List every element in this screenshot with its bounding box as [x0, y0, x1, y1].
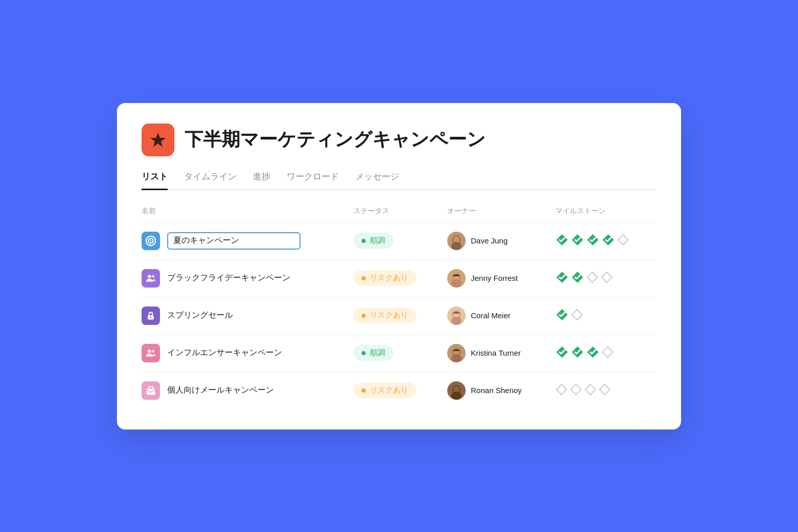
- svg-marker-47: [571, 384, 581, 395]
- status-badge-3[interactable]: リスクあり: [353, 308, 416, 323]
- owner-name-4: Kristina Turner: [471, 349, 521, 357]
- milestone-4-2[interactable]: [586, 345, 600, 361]
- task-name-cell-2: ブラックフライデーキャンペーン: [142, 259, 347, 297]
- task-icon-2: [142, 269, 160, 288]
- task-milestone-cell-2: [549, 259, 656, 297]
- svg-point-24: [150, 317, 152, 318]
- status-dot-2: [362, 276, 366, 280]
- task-owner-cell-5: Ronan Shenoy: [441, 372, 549, 409]
- task-name-cell-4: インフルエンサーキャンペーン: [142, 334, 347, 372]
- svg-marker-12: [618, 235, 628, 245]
- task-icon-4: [142, 344, 160, 362]
- svg-rect-41: [147, 388, 155, 395]
- task-table: 名前 ステータス オーナー マイルストーン 順調Dave Jung ブラックフラ…: [142, 202, 656, 409]
- table-row: 個人向けメールキャンペーンリスクありRonan Shenoy: [142, 372, 656, 409]
- task-status-cell-5[interactable]: リスクあり: [347, 372, 441, 409]
- col-name: 名前: [142, 202, 347, 222]
- milestone-4-1[interactable]: [571, 345, 584, 361]
- svg-point-14: [152, 275, 155, 278]
- task-name-cell-3: スプリングセール: [142, 297, 347, 334]
- task-name-label-2: ブラックフライデーキャンペーン: [167, 273, 290, 283]
- task-name-cell-5: 個人向けメールキャンペーン: [142, 372, 347, 409]
- tab-timeline[interactable]: タイムライン: [184, 171, 236, 190]
- col-owner: オーナー: [441, 202, 549, 222]
- table-row: インフルエンサーキャンペーン順調Kristina Turner: [142, 334, 656, 372]
- milestone-3-0[interactable]: [555, 308, 569, 323]
- owner-name-3: Coral Meier: [471, 311, 511, 320]
- svg-marker-48: [585, 384, 595, 395]
- svg-point-31: [148, 350, 151, 353]
- svg-marker-40: [603, 347, 613, 357]
- milestone-1-0[interactable]: [555, 233, 569, 249]
- task-milestone-cell-4: [549, 334, 656, 372]
- milestone-4-3[interactable]: [602, 346, 614, 360]
- tab-progress[interactable]: 進捗: [253, 171, 270, 190]
- task-icon-5: [142, 381, 160, 400]
- tab-list[interactable]: リスト: [142, 171, 168, 190]
- avatar-1: [447, 232, 466, 250]
- status-text-2: リスクあり: [370, 273, 408, 283]
- tab-bar: リスト タイムライン 進捗 ワークロード メッセージ: [142, 171, 656, 190]
- project-header: 下半期マーケティングキャンペーン: [142, 124, 656, 156]
- table-row: スプリングセールリスクありCoral Meier: [142, 297, 656, 334]
- milestone-1-2[interactable]: [586, 233, 600, 249]
- status-badge-5[interactable]: リスクあり: [353, 382, 416, 398]
- milestone-1-1[interactable]: [571, 233, 584, 249]
- milestone-4-0[interactable]: [555, 345, 569, 361]
- task-status-cell-1[interactable]: 順調: [347, 222, 441, 259]
- task-owner-cell-1: Dave Jung: [441, 222, 549, 259]
- svg-marker-30: [572, 310, 582, 320]
- task-milestone-cell-1: [549, 222, 656, 259]
- svg-point-45: [451, 392, 462, 400]
- milestone-5-1[interactable]: [570, 383, 582, 398]
- table-row: 順調Dave Jung: [142, 222, 656, 259]
- task-status-cell-3[interactable]: リスクあり: [347, 297, 441, 334]
- milestone-1-3[interactable]: [602, 233, 615, 249]
- svg-point-18: [451, 279, 462, 288]
- project-icon: [142, 124, 174, 156]
- svg-marker-22: [602, 272, 612, 282]
- avatar-2: [447, 269, 466, 288]
- svg-point-3: [150, 240, 152, 241]
- svg-point-13: [148, 275, 151, 278]
- tab-messages[interactable]: メッセージ: [355, 171, 399, 190]
- milestone-5-3[interactable]: [598, 383, 611, 398]
- status-badge-1[interactable]: 順調: [353, 233, 393, 249]
- milestone-3-1[interactable]: [571, 309, 583, 323]
- status-dot-1: [362, 239, 366, 243]
- svg-marker-0: [150, 133, 166, 147]
- task-milestone-cell-5: [549, 372, 656, 409]
- tab-workload[interactable]: ワークロード: [287, 171, 339, 190]
- status-dot-5: [362, 388, 366, 393]
- task-owner-cell-3: Coral Meier: [441, 297, 549, 334]
- milestone-1-4[interactable]: [617, 234, 629, 248]
- status-dot-4: [362, 351, 366, 355]
- svg-point-36: [451, 354, 462, 362]
- task-icon-1: [142, 232, 160, 250]
- task-owner-cell-2: Jenny Forrest: [441, 259, 549, 297]
- task-status-cell-4[interactable]: 順調: [347, 334, 441, 372]
- svg-marker-21: [587, 272, 597, 282]
- table-row: ブラックフライデーキャンペーンリスクありJenny Forrest: [142, 259, 656, 297]
- task-name-cell-1: [142, 222, 347, 259]
- task-owner-cell-4: Kristina Turner: [441, 334, 549, 372]
- milestone-2-3[interactable]: [601, 271, 613, 285]
- milestone-5-0[interactable]: [555, 383, 568, 398]
- milestone-2-0[interactable]: [555, 271, 569, 286]
- task-name-label-4: インフルエンサーキャンペーン: [167, 347, 282, 358]
- main-card: 下半期マーケティングキャンペーン リスト タイムライン 進捗 ワークロード メッ…: [117, 103, 681, 429]
- status-text-4: 順調: [370, 348, 385, 358]
- milestone-2-2[interactable]: [586, 271, 598, 285]
- avatar-5: [447, 381, 466, 400]
- status-badge-4[interactable]: 順調: [353, 345, 393, 361]
- milestone-5-2[interactable]: [584, 383, 596, 398]
- owner-name-5: Ronan Shenoy: [471, 386, 522, 395]
- status-badge-2[interactable]: リスクあり: [353, 270, 416, 286]
- avatar-4: [447, 344, 466, 362]
- task-name-input-1[interactable]: [167, 232, 301, 250]
- task-name-label-3: スプリングセール: [167, 310, 233, 321]
- project-title: 下半期マーケティングキャンペーン: [185, 127, 486, 152]
- milestone-2-1[interactable]: [571, 271, 584, 286]
- owner-name-2: Jenny Forrest: [471, 274, 518, 282]
- task-status-cell-2[interactable]: リスクあり: [347, 259, 441, 297]
